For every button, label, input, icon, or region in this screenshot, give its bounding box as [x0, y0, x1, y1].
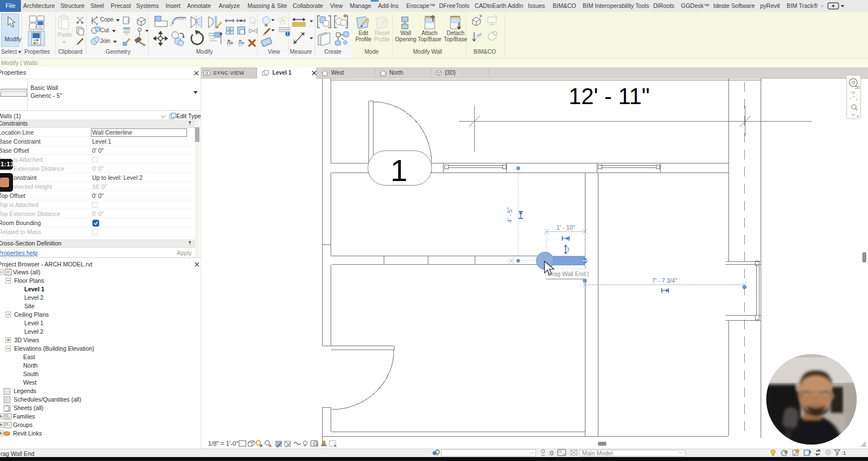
- svg-text::1: :1: [841, 450, 846, 456]
- svg-text:12' - 11": 12' - 11": [568, 84, 649, 109]
- svg-text:1' - 10": 1' - 10": [557, 224, 575, 231]
- svg-text:Drag Wall End |: Drag Wall End |: [548, 270, 589, 277]
- svg-text:7' - 7 3/4": 7' - 7 3/4": [652, 277, 678, 284]
- svg-text::0: :0: [549, 450, 554, 456]
- svg-text:4' - 5": 4' - 5": [506, 207, 513, 222]
- svg-text:2D: 2D: [855, 85, 860, 89]
- svg-text:1: 1: [390, 153, 407, 187]
